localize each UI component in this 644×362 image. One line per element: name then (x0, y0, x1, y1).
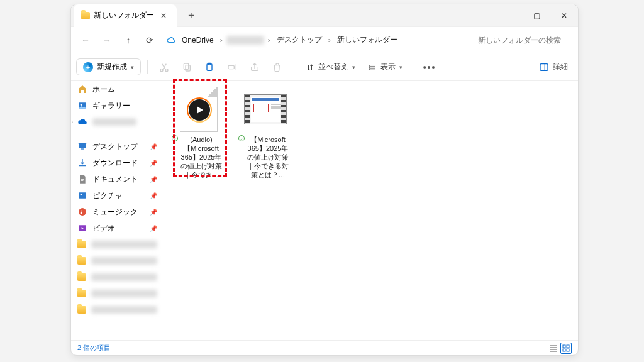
breadcrumb-current[interactable]: 新しいフォルダー (335, 33, 400, 47)
sync-icon (172, 135, 178, 141)
view-mode-toggles (548, 343, 572, 354)
sidebar-item-documents[interactable]: ドキュメント 📌 (71, 171, 164, 187)
chevron-right-icon: › (268, 36, 270, 45)
new-button[interactable]: + 新規作成 ▾ (76, 58, 141, 75)
chevron-down-icon: ▾ (399, 64, 402, 70)
window-tab[interactable]: 新しいフォルダー ✕ (74, 4, 177, 27)
file-name: 【Microsoft 365】2025年の値上げ対策｜今できる対策とは？… (240, 135, 291, 179)
paste-button[interactable] (199, 57, 219, 77)
download-icon (77, 158, 87, 168)
sidebar-item-videos[interactable]: ビデオ 📌 (71, 220, 164, 236)
explorer-window: 新しいフォルダー ✕ ＋ — ▢ ✕ ← → ↑ ⟳ OneDrive › › … (70, 4, 579, 356)
close-button[interactable]: ✕ (550, 4, 578, 27)
file-thumbnail (244, 87, 287, 131)
folder-icon (77, 290, 86, 297)
file-thumbnail (177, 87, 220, 131)
sidebar-item-onedrive[interactable]: › (71, 114, 164, 130)
tab-close-button[interactable]: ✕ (158, 10, 169, 21)
maximize-button[interactable]: ▢ (523, 4, 550, 27)
copy-button[interactable] (177, 57, 197, 77)
details-pane-button[interactable]: 詳細 (534, 59, 573, 75)
pin-icon: 📌 (150, 160, 157, 167)
sync-icon (238, 135, 245, 141)
svg-point-15 (80, 104, 82, 106)
sidebar-item-redacted[interactable] (71, 253, 164, 269)
view-label: 表示 (380, 62, 396, 72)
sidebar-item-pictures[interactable]: ピクチャ 📌 (71, 187, 164, 204)
view-button[interactable]: 表示 ▾ (363, 59, 408, 75)
sidebar-item-gallery[interactable]: ギャラリー (71, 97, 164, 114)
pin-icon: 📌 (150, 143, 157, 150)
view-icon (368, 63, 377, 72)
status-bar: 2 個の項目 (71, 340, 578, 355)
svg-rect-12 (540, 63, 548, 70)
sidebar-item-downloads[interactable]: ダウンロード 📌 (71, 155, 164, 171)
desktop-icon (77, 141, 87, 151)
chevron-right-icon: › (328, 36, 331, 45)
sort-label: 並べ替え (318, 62, 348, 72)
document-icon (77, 174, 87, 184)
command-bar: + 新規作成 ▾ 並べ替え ▾ 表示 ▾ ••• 詳細 (71, 53, 578, 81)
forward-button[interactable]: → (97, 31, 116, 50)
svg-point-20 (79, 208, 86, 216)
pin-icon: 📌 (150, 176, 157, 183)
file-item-video[interactable]: 【Microsoft 365】2025年の値上げ対策｜今できる対策とは？… (240, 87, 291, 179)
details-view-button[interactable] (548, 343, 559, 354)
sidebar-label (92, 118, 136, 126)
up-button[interactable]: ↑ (119, 31, 138, 50)
sidebar-item-redacted[interactable] (71, 285, 164, 302)
chevron-right-icon: › (220, 36, 223, 45)
sidebar-item-music[interactable]: ミュージック 📌 (71, 204, 164, 220)
sidebar-item-desktop[interactable]: デスクトップ 📌 (71, 138, 164, 155)
folder-icon (77, 257, 86, 265)
breadcrumb-root[interactable]: OneDrive (179, 35, 216, 46)
back-button[interactable]: ← (76, 31, 95, 50)
icons-view-button[interactable] (560, 343, 572, 354)
folder-icon (77, 306, 86, 314)
tab-title: 新しいフォルダー (94, 10, 154, 21)
search-input[interactable] (478, 36, 572, 45)
details-icon (539, 62, 549, 72)
pictures-icon (77, 190, 87, 200)
play-icon (189, 99, 210, 121)
divider (414, 60, 414, 74)
sidebar-label: ピクチャ (92, 190, 123, 201)
svg-rect-24 (563, 349, 565, 351)
pin-icon: 📌 (150, 225, 157, 232)
sort-icon (306, 63, 314, 72)
svg-rect-25 (567, 349, 569, 351)
titlebar: 新しいフォルダー ✕ ＋ — ▢ ✕ (71, 4, 578, 27)
file-item-audio[interactable]: (Audio)【Microsoft 365】2025年の値上げ対策｜今でき… (173, 87, 225, 179)
chevron-down-icon: ▾ (131, 64, 134, 70)
sort-button[interactable]: 並べ替え ▾ (301, 59, 360, 75)
cut-button[interactable] (154, 57, 174, 77)
sidebar-label: ビデオ (92, 223, 115, 234)
svg-rect-16 (79, 143, 86, 148)
new-tab-button[interactable]: ＋ (182, 6, 201, 25)
home-icon (77, 84, 87, 94)
expand-icon[interactable]: › (71, 119, 73, 125)
rename-button[interactable] (222, 57, 242, 77)
file-pane[interactable]: (Audio)【Microsoft 365】2025年の値上げ対策｜今でき… 【… (164, 81, 578, 340)
sidebar-label: ミュージック (92, 207, 138, 217)
sidebar-item-redacted[interactable] (71, 269, 164, 285)
minimize-button[interactable]: — (495, 4, 523, 27)
address-bar: ← → ↑ ⟳ OneDrive › › デスクトップ › 新しいフォルダー (71, 27, 578, 53)
music-icon (77, 207, 87, 217)
sidebar-item-redacted[interactable] (71, 302, 164, 318)
sidebar-item-home[interactable]: ホーム (71, 81, 164, 97)
sidebar-item-redacted[interactable] (71, 236, 164, 253)
delete-button[interactable] (267, 57, 287, 77)
breadcrumb-desktop[interactable]: デスクトップ (274, 33, 325, 47)
folder-icon (81, 12, 90, 19)
svg-rect-18 (79, 192, 86, 198)
more-button[interactable]: ••• (421, 58, 438, 76)
refresh-button[interactable]: ⟳ (140, 31, 159, 50)
divider (294, 60, 294, 74)
pin-icon: 📌 (150, 209, 157, 216)
breadcrumb-account[interactable] (226, 36, 264, 45)
share-button[interactable] (245, 57, 265, 77)
folder-icon (77, 273, 86, 281)
search-box[interactable] (472, 31, 573, 49)
breadcrumb[interactable]: OneDrive › › デスクトップ › 新しいフォルダー (162, 31, 470, 50)
